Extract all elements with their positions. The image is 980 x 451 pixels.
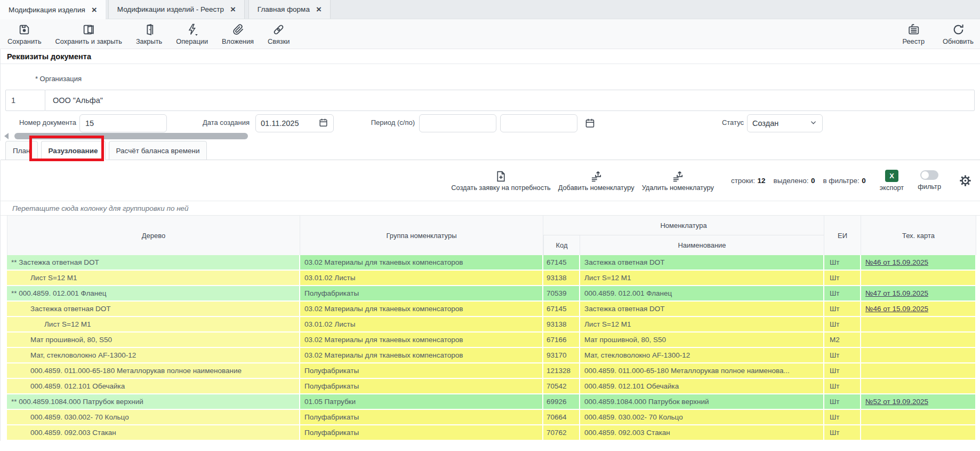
cell-name[interactable]: Лист S=12 М1 [580,271,824,286]
column-header-techcard[interactable]: Тех. карта [861,216,976,255]
column-header-tree[interactable]: Дерево [7,216,300,255]
cell-group[interactable]: 01.05 Патрубки [300,394,543,410]
tab-razuzlovanie[interactable]: Разузлование [41,141,106,160]
window-tab-registry[interactable]: Модификации изделий - Реестр × [108,0,245,19]
cell-techcard[interactable] [861,348,976,363]
cell-group[interactable]: Полуфабрикаты [300,363,543,379]
close-icon[interactable]: × [230,5,236,14]
cell-group[interactable]: Полуфабрикаты [300,425,543,441]
cell-code[interactable]: 93170 [543,348,580,363]
cell-tree[interactable]: Мат, стекловолокно AF-1300-12 [7,348,300,363]
cell-tree[interactable]: Застежка ответная DOT [7,302,300,317]
cell-code[interactable]: 70762 [543,425,580,441]
table-row[interactable]: ** Застежка ответная DOT 03.02 Материалы… [7,255,976,271]
cell-name[interactable]: 000.4859. 012.001 Фланец [580,286,824,302]
cell-code[interactable]: 93138 [543,317,580,333]
calendar-icon[interactable] [318,117,328,129]
table-row[interactable]: ** 000.4859.1084.000 Патрубок верхний 01… [7,394,976,410]
scroll-left-icon[interactable] [4,133,9,139]
cell-name[interactable]: 000.4859. 092.003 Стакан [580,425,824,441]
close-icon[interactable]: × [316,5,322,14]
settings-button[interactable] [958,173,973,188]
cell-unit[interactable]: Шт [824,255,861,271]
column-header-nomenclature[interactable]: Номенклатура [543,216,824,235]
save-button[interactable]: Сохранить [7,23,42,45]
cell-code[interactable]: 67166 [543,333,580,348]
cell-name[interactable]: 000.4859. 030.002- 70 Кольцо [580,410,824,425]
cell-group[interactable]: Полуфабрикаты [300,410,543,425]
cell-tree[interactable]: 000.4859. 092.003 Стакан [7,425,300,441]
filter-toggle[interactable]: фильтр [918,170,941,191]
techcard-link[interactable]: №46 от 15.09.2025 [865,258,928,266]
cell-group[interactable]: 03.02 Материалы для тканевых компенсатор… [300,348,543,363]
operations-button[interactable]: Операции [176,23,208,45]
table-row[interactable]: Лист S=12 М1 03.01.02 Листы 93138 Лист S… [7,271,976,286]
cell-tree[interactable]: 000.4859. 011.000-65-180 Металлорукав по… [7,363,300,379]
cell-unit[interactable]: Шт [824,410,861,425]
column-header-unit[interactable]: ЕИ [824,216,861,255]
save-and-close-button[interactable]: Сохранить и закрыть [55,23,122,45]
cell-techcard[interactable] [861,333,976,348]
cell-techcard[interactable]: №52 от 19.09.2025 [861,394,976,410]
remove-nomenclature-button[interactable]: Удалить номенклатуру [642,169,714,192]
cell-techcard[interactable] [861,425,976,441]
cell-tree[interactable]: 000.4859. 030.002- 70 Кольцо [7,410,300,425]
cell-code[interactable]: 121328 [543,363,580,379]
table-row[interactable]: 000.4859. 011.000-65-180 Металлорукав по… [7,363,976,379]
cell-unit[interactable]: Шт [824,425,861,441]
cell-code[interactable]: 70542 [543,379,580,394]
close-icon[interactable]: × [92,5,97,14]
links-button[interactable]: Связки [268,23,290,45]
table-row[interactable]: Мат, стекловолокно AF-1300-12 03.02 Мате… [7,348,976,363]
cell-unit[interactable]: Шт [824,379,861,394]
cell-tree[interactable]: ** Застежка ответная DOT [7,255,300,271]
scrollbar-thumb[interactable] [14,133,248,139]
cell-techcard[interactable] [861,271,976,286]
cell-name[interactable]: Застежка ответная DOT [580,255,824,271]
organization-index-cell[interactable]: 1 [5,90,45,111]
cell-techcard[interactable] [861,379,976,394]
toggle-off-icon[interactable] [920,170,938,180]
creation-date-input[interactable]: 01.11.2025 [255,114,334,132]
cell-group[interactable]: 03.02 Материалы для тканевых компенсатор… [300,333,543,348]
export-button[interactable]: X экспорт [880,170,904,192]
cell-name[interactable]: Мат, стекловолокно AF-1300-12 [580,348,824,363]
cell-group[interactable]: 03.02 Материалы для тканевых компенсатор… [300,302,543,317]
column-header-name[interactable]: Наименование [580,235,824,255]
cell-unit[interactable]: Шт [824,317,861,333]
cell-tree[interactable]: Лист S=12 М1 [7,271,300,286]
window-tab-modification[interactable]: Модификация изделия × [0,0,106,19]
cell-tree[interactable]: ** 000.4859.1084.000 Патрубок верхний [7,394,300,410]
techcard-link[interactable]: №46 от 15.09.2025 [865,305,928,313]
techcard-link[interactable]: №47 от 15.09.2025 [865,289,928,297]
cell-techcard[interactable]: №46 от 15.09.2025 [861,302,976,317]
cell-code[interactable]: 93138 [543,271,580,286]
window-tab-main-form[interactable]: Главная форма × [248,0,331,19]
cell-tree[interactable]: ** 000.4859. 012.001 Фланец [7,286,300,302]
cell-tree[interactable]: Лист S=12 М1 [7,317,300,333]
cell-unit[interactable]: Шт [824,363,861,379]
doc-number-input[interactable] [79,114,167,132]
horizontal-scrollbar[interactable] [1,132,980,140]
cell-techcard[interactable]: №47 от 15.09.2025 [861,286,976,302]
cell-techcard[interactable]: №46 от 15.09.2025 [861,255,976,271]
cell-unit[interactable]: Шт [824,271,861,286]
registry-button[interactable]: Реестр [902,23,925,45]
cell-code[interactable]: 69926 [543,394,580,410]
cell-group[interactable]: Полуфабрикаты [300,379,543,394]
cell-unit[interactable]: Шт [824,348,861,363]
cell-group[interactable]: 03.01.02 Листы [300,271,543,286]
cell-tree[interactable]: Мат прошивной, 80, S50 [7,333,300,348]
table-row[interactable]: Мат прошивной, 80, S50 03.02 Материалы д… [7,333,976,348]
refresh-button[interactable]: Обновить [943,23,974,45]
table-row[interactable]: 000.4859. 092.003 Стакан Полуфабрикаты 7… [7,425,976,441]
cell-name[interactable]: 000.4859.1084.000 Патрубок верхний [580,394,824,410]
cell-name[interactable]: Застежка ответная DOT [580,302,824,317]
cell-name[interactable]: Мат прошивной, 80, S50 [580,333,824,348]
table-row[interactable]: ** 000.4859. 012.001 Фланец Полуфабрикат… [7,286,976,302]
cell-group[interactable]: 03.02 Материалы для тканевых компенсатор… [300,255,543,271]
close-button[interactable]: Закрыть [136,23,162,45]
period-to-input[interactable] [500,114,577,132]
cell-code[interactable]: 67145 [543,255,580,271]
tab-time-balance[interactable]: Расчёт баланса времени [109,141,207,160]
